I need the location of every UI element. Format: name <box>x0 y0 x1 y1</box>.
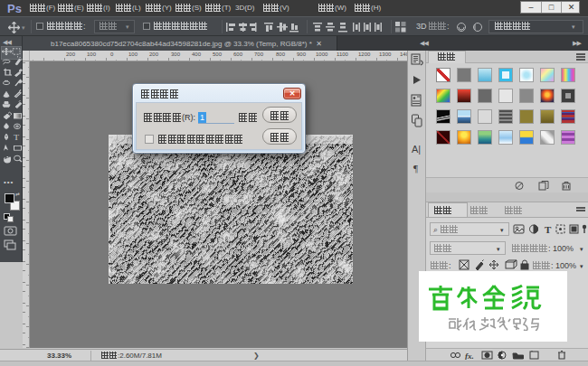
svg-text:T: T <box>14 134 20 142</box>
svg-text:A|: A| <box>412 144 421 155</box>
svg-text:¶: ¶ <box>413 163 418 174</box>
svg-text:fx.: fx. <box>465 352 474 360</box>
svg-text:T: T <box>545 224 552 235</box>
